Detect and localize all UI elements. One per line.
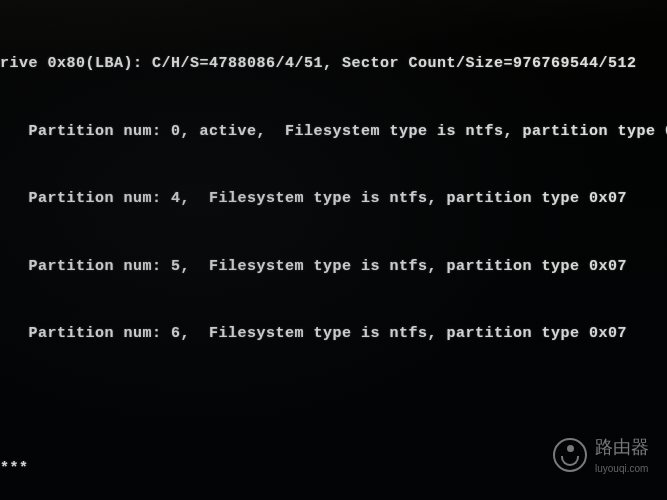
bios-boot-screen: rive 0x80(LBA): C/H/S=4788086/4/51, Sect… xyxy=(0,0,667,500)
blank-line xyxy=(0,391,667,414)
drive-header-line: rive 0x80(LBA): C/H/S=4788086/4/51, Sect… xyxy=(0,53,667,76)
partition-row: Partition num: 6, Filesystem type is ntf… xyxy=(0,323,667,346)
watermark-subtitle: luyouqi.com xyxy=(595,461,649,476)
watermark: 路由器 luyouqi.com xyxy=(553,434,649,476)
partition-row: Partition num: 4, Filesystem type is ntf… xyxy=(0,188,667,211)
partition-row: Partition num: 5, Filesystem type is ntf… xyxy=(0,256,667,279)
router-icon xyxy=(553,438,587,472)
watermark-title: 路由器 xyxy=(595,434,649,461)
watermark-text: 路由器 luyouqi.com xyxy=(595,434,649,476)
partition-row: Partition num: 0, active, Filesystem typ… xyxy=(0,121,667,144)
